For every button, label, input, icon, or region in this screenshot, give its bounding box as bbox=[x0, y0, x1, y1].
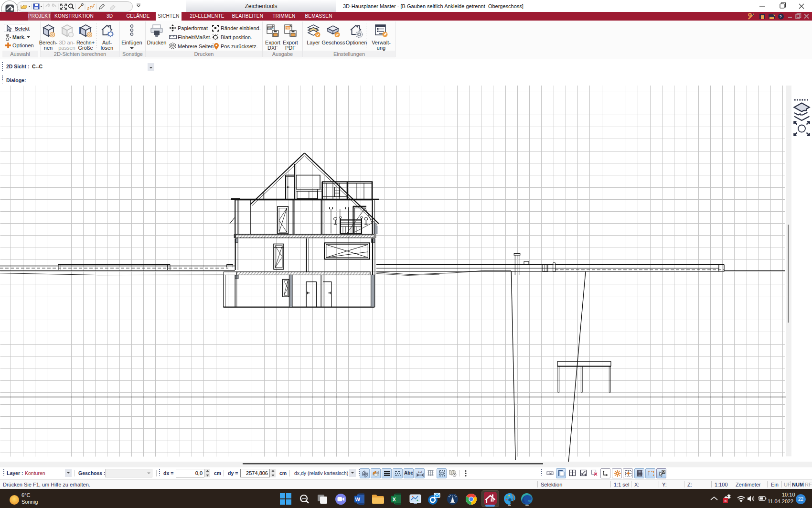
svg-text:X: X bbox=[393, 497, 396, 502]
svg-text:W: W bbox=[355, 497, 361, 502]
svg-text:3: 3 bbox=[725, 499, 727, 503]
svg-text:DWG: DWG bbox=[268, 27, 274, 30]
svg-text:PDF: PDF bbox=[286, 26, 290, 29]
svg-text:1,2: 1,2 bbox=[418, 470, 422, 473]
svg-text:?: ? bbox=[780, 14, 782, 19]
